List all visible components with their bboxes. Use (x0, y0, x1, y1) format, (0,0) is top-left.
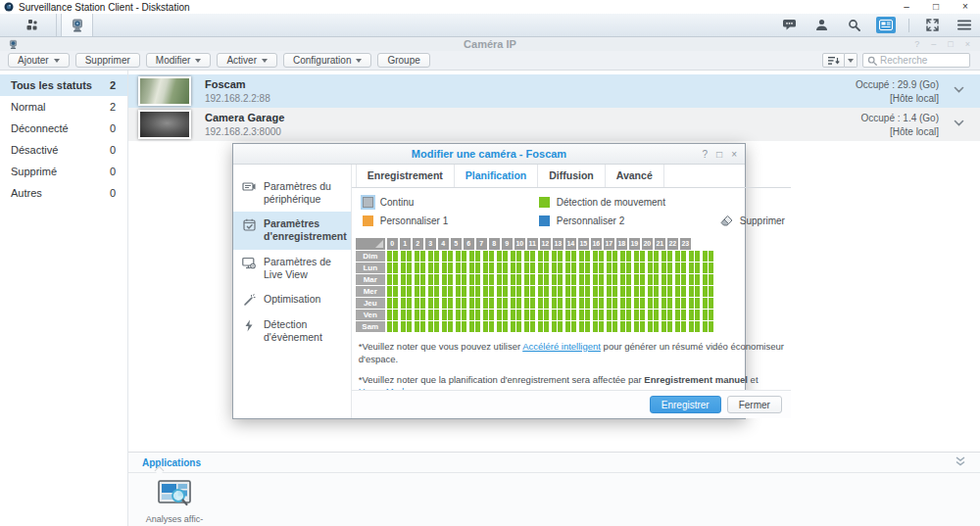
schedule-cell[interactable] (648, 263, 653, 273)
schedule-cell[interactable] (620, 251, 625, 262)
schedule-cell[interactable] (448, 274, 453, 285)
schedule-cell[interactable] (585, 263, 590, 273)
schedule-hour-header[interactable]: 21 (655, 238, 665, 250)
schedule-hour-header[interactable]: 23 (680, 238, 691, 250)
schedule-hour-header[interactable]: 18 (616, 238, 627, 250)
schedule-cell[interactable] (599, 251, 604, 262)
schedule-cell[interactable] (599, 274, 604, 285)
schedule-cell[interactable] (565, 251, 570, 262)
schedule-cell[interactable] (524, 298, 529, 309)
schedule-cell[interactable] (552, 274, 557, 285)
card-view-icon[interactable] (876, 17, 896, 33)
schedule-cell[interactable] (393, 310, 398, 320)
schedule-cell[interactable] (475, 310, 480, 320)
schedule-cell[interactable] (516, 321, 521, 332)
schedule-cell[interactable] (434, 321, 439, 332)
schedule-cell[interactable] (387, 251, 392, 262)
legend-motion-detection[interactable]: Détection de mouvement (539, 197, 720, 208)
schedule-cell[interactable] (387, 321, 392, 332)
schedule-cell[interactable] (407, 310, 412, 320)
schedule-cell[interactable] (503, 251, 508, 262)
schedule-cell[interactable] (675, 321, 680, 332)
schedule-cell[interactable] (654, 286, 659, 297)
schedule-cell[interactable] (489, 310, 494, 320)
schedule-cell[interactable] (681, 310, 686, 320)
schedule-hour-header[interactable]: 7 (476, 238, 487, 250)
schedule-cell[interactable] (401, 310, 406, 320)
schedule-cell[interactable] (689, 274, 694, 285)
schedule-hour-header[interactable]: 11 (527, 238, 538, 250)
legend-erase[interactable]: Supprimer (720, 215, 785, 226)
panel-help-button[interactable]: ? (914, 39, 919, 49)
schedule-cell[interactable] (516, 251, 521, 262)
schedule-cell[interactable] (456, 251, 461, 262)
search-icon[interactable] (844, 17, 863, 33)
schedule-cell[interactable] (634, 286, 639, 297)
schedule-hour-header[interactable]: 10 (514, 238, 525, 250)
nav-item-recording-settings[interactable]: Paramètres d'enregistrement (233, 212, 351, 249)
schedule-cell[interactable] (503, 321, 508, 332)
schedule-cell[interactable] (469, 286, 474, 297)
schedule-cell[interactable] (620, 274, 625, 285)
sort-dropdown-button[interactable] (845, 53, 858, 68)
continuous-swatch[interactable] (363, 197, 373, 208)
schedule-cell[interactable] (689, 286, 694, 297)
schedule-cell[interactable] (511, 274, 515, 285)
schedule-hour-header[interactable]: 8 (489, 238, 500, 250)
schedule-cell[interactable] (662, 321, 666, 332)
legend-continuous[interactable]: Continu (356, 197, 539, 208)
schedule-cell[interactable] (530, 251, 535, 262)
schedule-cell[interactable] (709, 274, 713, 285)
schedule-cell[interactable] (667, 298, 672, 309)
schedule-cell[interactable] (420, 286, 425, 297)
schedule-cell[interactable] (538, 286, 543, 297)
main-menu-icon[interactable] (955, 17, 974, 33)
schedule-cell[interactable] (462, 298, 466, 309)
configuration-button[interactable]: Configuration (283, 53, 371, 68)
search-box[interactable] (862, 53, 970, 68)
schedule-cell[interactable] (689, 298, 694, 309)
schedule-cell[interactable] (544, 263, 549, 273)
schedule-cell[interactable] (475, 263, 480, 273)
schedule-cell[interactable] (667, 286, 672, 297)
schedule-cell[interactable] (571, 251, 576, 262)
schedule-cell[interactable] (475, 274, 480, 285)
schedule-cell[interactable] (456, 321, 461, 332)
schedule-cell[interactable] (599, 298, 604, 309)
schedule-hour-header[interactable]: 9 (502, 238, 513, 250)
schedule-day-label[interactable]: Jeu (356, 298, 385, 309)
schedule-cell[interactable] (434, 298, 439, 309)
schedule-cell[interactable] (401, 298, 406, 309)
schedule-cell[interactable] (607, 298, 612, 309)
schedule-cell[interactable] (462, 286, 466, 297)
schedule-cell[interactable] (565, 310, 570, 320)
schedule-cell[interactable] (579, 274, 584, 285)
schedule-cell[interactable] (654, 274, 659, 285)
camera-row-garage[interactable]: Camera Garage 192.168.2.3:8000 Occupé : … (128, 108, 980, 141)
schedule-cell[interactable] (607, 286, 612, 297)
schedule-cell[interactable] (497, 298, 502, 309)
schedule-cell[interactable] (626, 274, 631, 285)
schedule-cell[interactable] (434, 263, 439, 273)
schedule-cell[interactable] (579, 286, 584, 297)
schedule-cell[interactable] (654, 251, 659, 262)
schedule-hour-header[interactable]: 2 (413, 238, 423, 250)
schedule-cell[interactable] (462, 321, 466, 332)
schedule-hour-header[interactable]: 6 (464, 238, 474, 250)
schedule-cell[interactable] (483, 263, 488, 273)
sidebar-item-disconnected[interactable]: Déconnecté 0 (0, 118, 127, 139)
schedule-cell[interactable] (524, 310, 529, 320)
schedule-cell[interactable] (695, 274, 700, 285)
schedule-cell[interactable] (434, 286, 439, 297)
schedule-cell[interactable] (428, 310, 433, 320)
dialog-close-button[interactable]: × (731, 149, 737, 160)
schedule-cell[interactable] (415, 310, 419, 320)
schedule-cell[interactable] (407, 251, 412, 262)
schedule-cell[interactable] (544, 286, 549, 297)
schedule-cell[interactable] (530, 263, 535, 273)
schedule-cell[interactable] (571, 310, 576, 320)
schedule-cell[interactable] (420, 321, 425, 332)
schedule-cell[interactable] (530, 321, 535, 332)
schedule-cell[interactable] (434, 251, 439, 262)
schedule-cell[interactable] (640, 298, 645, 309)
